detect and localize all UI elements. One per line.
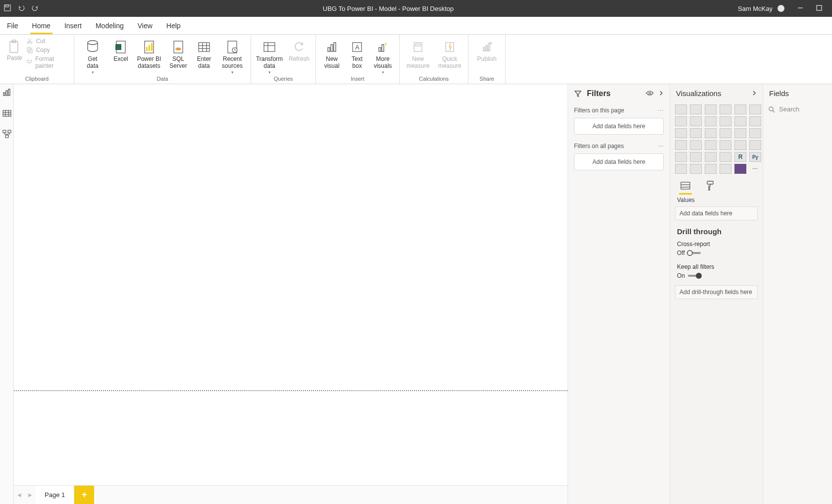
viz-filled-map-icon[interactable] bbox=[690, 140, 702, 150]
viz-funnel-icon[interactable] bbox=[690, 128, 702, 138]
svg-rect-32 bbox=[331, 45, 333, 51]
keep-filters-label: Keep all filters bbox=[677, 263, 756, 270]
viz-paginated-icon[interactable] bbox=[720, 164, 731, 174]
excel-button[interactable]: XExcel bbox=[110, 38, 132, 62]
viz-table-icon[interactable] bbox=[705, 152, 717, 162]
svg-rect-33 bbox=[334, 43, 336, 51]
more-visuals-button[interactable]: More visuals▾ bbox=[370, 38, 395, 75]
filter-icon bbox=[574, 90, 582, 98]
page-prev-icon[interactable]: ◀ bbox=[14, 486, 25, 504]
viz-100-stacked-bar-icon[interactable] bbox=[734, 104, 746, 114]
viz-qna-icon[interactable] bbox=[705, 164, 717, 174]
pbi-datasets-button[interactable]: Power BI datasets bbox=[135, 38, 163, 70]
viz-fields-tab-icon[interactable] bbox=[678, 179, 693, 193]
filters-all-more-icon[interactable]: ⋯ bbox=[658, 143, 664, 150]
user-name[interactable]: Sam McKay bbox=[738, 5, 773, 12]
filters-visibility-icon[interactable] bbox=[646, 89, 654, 98]
undo-icon[interactable] bbox=[18, 4, 25, 13]
recent-sources-button[interactable]: Recent sources▾ bbox=[218, 38, 247, 75]
visualizations-title: Visualizations bbox=[676, 89, 721, 98]
enter-data-button[interactable]: Enter data bbox=[193, 38, 215, 70]
cross-report-toggle[interactable]: Off bbox=[677, 250, 701, 256]
viz-matrix-icon[interactable] bbox=[720, 152, 731, 162]
viz-decomposition-tree-icon[interactable] bbox=[690, 164, 702, 174]
text-box-button[interactable]: AText box bbox=[347, 38, 367, 70]
filters-page-more-icon[interactable]: ⋯ bbox=[658, 107, 664, 114]
fields-search[interactable]: Search bbox=[768, 105, 827, 113]
viz-line-icon[interactable] bbox=[675, 116, 687, 126]
minimize-icon[interactable] bbox=[797, 5, 803, 12]
new-visual-button[interactable]: New visual bbox=[320, 38, 344, 70]
visualizations-collapse-icon[interactable] bbox=[752, 89, 757, 98]
visualizations-pane: Visualizations RPy⋯ Values Add data fiel… bbox=[670, 84, 763, 504]
report-view-icon[interactable] bbox=[1, 87, 12, 98]
svg-rect-43 bbox=[488, 44, 490, 51]
viz-clustered-bar-icon[interactable] bbox=[705, 104, 717, 114]
save-icon[interactable] bbox=[4, 4, 11, 13]
viz-more-icon[interactable]: ⋯ bbox=[749, 164, 761, 174]
menu-insert[interactable]: Insert bbox=[57, 17, 89, 34]
viz-key-influencers-icon[interactable] bbox=[675, 164, 687, 174]
svg-text:X: X bbox=[117, 45, 120, 50]
svg-point-55 bbox=[649, 92, 651, 94]
viz-multi-row-card-icon[interactable] bbox=[749, 140, 761, 150]
viz-powerapps-icon[interactable] bbox=[734, 164, 746, 174]
redo-icon[interactable] bbox=[32, 4, 39, 13]
viz-r-visual-icon[interactable]: R bbox=[734, 152, 746, 162]
add-page-button[interactable]: + bbox=[74, 486, 94, 504]
viz-format-tab-icon[interactable] bbox=[703, 179, 718, 193]
filters-pane: Filters Filters on this page⋯ Add data f… bbox=[568, 84, 670, 504]
data-view-icon[interactable] bbox=[1, 108, 12, 119]
viz-kpi-icon[interactable] bbox=[675, 152, 687, 162]
menu-modeling[interactable]: Modeling bbox=[89, 17, 131, 34]
page-next-icon[interactable]: ▶ bbox=[25, 486, 36, 504]
viz-treemap-icon[interactable] bbox=[749, 128, 761, 138]
page-tab-1[interactable]: Page 1 bbox=[36, 486, 74, 504]
svg-point-20 bbox=[175, 48, 181, 50]
viz-scatter-icon[interactable] bbox=[705, 128, 717, 138]
maximize-icon[interactable] bbox=[816, 5, 822, 12]
viz-line-clustered-column-icon[interactable] bbox=[734, 116, 746, 126]
menu-help[interactable]: Help bbox=[159, 17, 188, 34]
filters-on-page-label: Filters on this page bbox=[574, 107, 624, 114]
viz-gauge-icon[interactable] bbox=[720, 140, 731, 150]
viz-slicer-icon[interactable] bbox=[690, 152, 702, 162]
drill-through-dropzone[interactable]: Add drill-through fields here bbox=[675, 285, 758, 299]
viz-ribbon-icon[interactable] bbox=[749, 116, 761, 126]
viz-card-icon[interactable] bbox=[734, 140, 746, 150]
filters-page-dropzone[interactable]: Add data fields here bbox=[574, 118, 664, 135]
viz-100-stacked-column-icon[interactable] bbox=[749, 104, 761, 114]
viz-line-stacked-column-icon[interactable] bbox=[720, 116, 731, 126]
viz-stacked-column-icon[interactable] bbox=[690, 104, 702, 114]
user-avatar-icon[interactable] bbox=[778, 5, 784, 12]
viz-py-visual-icon[interactable]: Py bbox=[749, 152, 761, 162]
report-canvas[interactable] bbox=[14, 84, 568, 485]
filters-on-all-label: Filters on all pages bbox=[574, 143, 624, 150]
svg-rect-10 bbox=[27, 60, 31, 62]
viz-waterfall-icon[interactable] bbox=[675, 128, 687, 138]
viz-stacked-bar-icon[interactable] bbox=[675, 104, 687, 114]
viz-donut-icon[interactable] bbox=[734, 128, 746, 138]
svg-point-11 bbox=[88, 41, 98, 45]
viz-stacked-area-icon[interactable] bbox=[705, 116, 717, 126]
viz-shape-map-icon[interactable] bbox=[705, 140, 717, 150]
viz-pie-icon[interactable] bbox=[720, 128, 731, 138]
group-label-clipboard: Clipboard bbox=[0, 76, 74, 84]
menu-home[interactable]: Home bbox=[25, 17, 57, 34]
transform-data-button[interactable]: Transform data▾ bbox=[255, 38, 284, 75]
menu-file[interactable]: File bbox=[0, 17, 25, 34]
filters-all-dropzone[interactable]: Add data fields here bbox=[574, 153, 664, 170]
viz-area-icon[interactable] bbox=[690, 116, 702, 126]
filters-collapse-icon[interactable] bbox=[659, 89, 664, 98]
values-dropzone[interactable]: Add data fields here bbox=[675, 206, 758, 220]
cross-report-label: Cross-report bbox=[677, 241, 756, 248]
keep-filters-toggle[interactable]: On bbox=[677, 272, 701, 279]
model-view-icon[interactable] bbox=[1, 129, 12, 140]
group-label-share: Share bbox=[468, 76, 505, 84]
menu-view[interactable]: View bbox=[131, 17, 159, 34]
viz-clustered-column-icon[interactable] bbox=[720, 104, 731, 114]
svg-rect-4 bbox=[10, 42, 18, 52]
sql-server-button[interactable]: SQL Server bbox=[166, 38, 190, 70]
get-data-button[interactable]: Get data▾ bbox=[78, 38, 107, 75]
viz-map-icon[interactable] bbox=[675, 140, 687, 150]
